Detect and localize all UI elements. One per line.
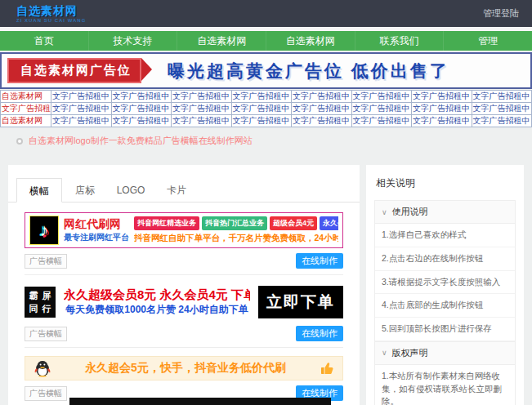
- text-ad-cell[interactable]: 文字广告招租中: [472, 103, 532, 115]
- section-header-版权声明[interactable]: ∨版权声明: [375, 341, 515, 365]
- order-now-button[interactable]: 立即下单: [258, 286, 343, 318]
- nav-item[interactable]: 管理: [444, 31, 532, 51]
- text-ad-cell[interactable]: 文字广告招租中: [231, 91, 292, 103]
- section-header-label: 使用说明: [392, 206, 428, 218]
- banner3-text: 永久超会5元，快手，抖音业务低价代刷: [58, 361, 313, 376]
- banner2-line2: 每天免费领取1000名片赞 24小时自助下单: [64, 303, 250, 317]
- text-ad-cell[interactable]: 文字广告招租中: [111, 103, 172, 115]
- nav-item[interactable]: 技术支持: [89, 31, 178, 51]
- text-ad-cell[interactable]: 文字广告招租中: [231, 103, 292, 115]
- banner-item-qq[interactable]: 永久超会5元，快手，抖音业务低价代刷: [25, 356, 343, 381]
- section-item: 5.回到顶部长按图片进行保存: [375, 318, 515, 341]
- qq-penguin-icon: [34, 359, 51, 377]
- sidebar-title: 相关说明: [374, 175, 516, 200]
- section-item: 1.本站所有制作素材来自网络收集，如有侵权请联系站长立即删除。: [375, 365, 515, 405]
- text-ad-cell[interactable]: 文字广告招租中: [172, 91, 232, 103]
- text-ad-cell-first[interactable]: 自选素材网: [1, 91, 51, 103]
- text-ad-cell-first[interactable]: 文字广告招租中: [1, 103, 51, 115]
- nav-item[interactable]: 自选素材网: [177, 31, 266, 51]
- service-badge[interactable]: 抖音网红精选业务: [134, 216, 199, 230]
- service-badge[interactable]: 超级会员4元: [270, 216, 317, 230]
- next-banner-partial[interactable]: [69, 398, 331, 405]
- text-ad-cell[interactable]: 文字广告招租中: [51, 91, 112, 103]
- text-ad-cell[interactable]: 文字广告招租中: [472, 91, 532, 103]
- text-ad-cell[interactable]: 文字广告招租中: [111, 91, 172, 103]
- tab-横幅[interactable]: 横幅: [16, 178, 62, 202]
- grid-logo-char: 霸: [29, 292, 38, 300]
- top-bar: 自选素材网 ZI XUAN SU CAI WANG 管理登陆: [0, 0, 532, 27]
- text-ad-table-body: 自选素材网文字广告招租中文字广告招租中文字广告招租中文字广告招租中文字广告招租中…: [1, 91, 532, 127]
- grid-logo-char: 屏: [42, 292, 51, 300]
- banner1-titles: 网红代刷网 最专注刷网红平台: [64, 217, 129, 243]
- content-card: 横幅店标LOGO卡片 ♪ 网红代刷网 最专注刷网红平台 抖音网红精选业务抖音热门…: [8, 165, 360, 405]
- admin-login-link[interactable]: 管理登陆: [483, 7, 519, 20]
- text-ad-cell[interactable]: 文字广告招租中: [351, 91, 412, 103]
- text-ad-cell[interactable]: 文字广告招租中: [412, 91, 472, 103]
- grid-logo-char: 同: [29, 305, 38, 314]
- breadcrumb: 自选素材网logo制作一款免费精品广告横幅在线制作网站: [16, 135, 532, 147]
- text-ad-cell[interactable]: 文字广告招租中: [351, 115, 412, 127]
- make-online-button[interactable]: 在线制作: [296, 326, 343, 341]
- banner1-tagline: 抖音网红自助下单平台，千万名片赞免费领取，24小时自助下单！: [134, 233, 338, 244]
- tiktok-note-icon: ♪: [29, 216, 59, 245]
- text-ad-row: 自选素材网文字广告招租中文字广告招租中文字广告招租中文字广告招租中文字广告招租中…: [1, 91, 532, 103]
- tab-LOGO[interactable]: LOGO: [108, 178, 154, 202]
- text-ad-row: 文字广告招租中文字广告招租中文字广告招租中文字广告招租中文字广告招租中文字广告招…: [1, 103, 532, 115]
- text-ad-cell-first[interactable]: 自选素材网: [1, 115, 51, 127]
- grid-logo-icon: 霸屏同行: [25, 287, 56, 318]
- banner1-meta: 广告横幅 在线制作: [25, 253, 343, 269]
- section-item: 3.请根据提示文字长度按照输入: [375, 271, 515, 295]
- breadcrumb-text[interactable]: 自选素材网logo制作一款免费精品广告横幅在线制作网站: [29, 135, 253, 147]
- nav-item[interactable]: 联系我们: [355, 31, 445, 51]
- category-tabs: 横幅店标LOGO卡片: [8, 178, 360, 202]
- banner-list: ♪ 网红代刷网 最专注刷网红平台 抖音网红精选业务抖音热门汇总业务超级会员4元永…: [8, 202, 360, 405]
- nav-item[interactable]: 首页: [0, 31, 89, 51]
- item-divider: [25, 347, 343, 348]
- tab-店标[interactable]: 店标: [62, 178, 108, 202]
- ad-type-tag: 广告横幅: [25, 386, 67, 401]
- promo-ad-banner[interactable]: 自选素材网广告位 曝光超高黄金广告位 低价出售了: [0, 52, 532, 89]
- banner2-line1: 永久超级会员8元 永久会员4元 下单秒刷: [64, 287, 250, 303]
- text-ad-cell[interactable]: 文字广告招租中: [292, 91, 352, 103]
- text-ad-cell[interactable]: 文字广告招租中: [412, 115, 472, 127]
- main-area: 横幅店标LOGO卡片 ♪ 网红代刷网 最专注刷网红平台 抖音网红精选业务抖音热门…: [8, 165, 524, 405]
- text-ad-cell[interactable]: 文字广告招租中: [172, 115, 232, 127]
- chevron-down-icon: ∨: [382, 208, 387, 216]
- banner1-right: 抖音网红精选业务抖音热门汇总业务超级会员4元永久会员2元 抖音网红自助下单平台，…: [134, 216, 338, 244]
- text-ad-table: 自选素材网文字广告招租中文字广告招租中文字广告招租中文字广告招租中文字广告招租中…: [0, 90, 532, 127]
- banner1-badges: 抖音网红精选业务抖音热门汇总业务超级会员4元永久会员2元: [134, 216, 338, 230]
- tab-卡片[interactable]: 卡片: [154, 178, 199, 202]
- chevron-down-icon: ∨: [382, 349, 387, 357]
- service-badge[interactable]: 抖音热门汇总业务: [202, 216, 267, 230]
- nav-item[interactable]: 自选素材网: [266, 31, 355, 51]
- text-ad-cell[interactable]: 文字广告招租中: [111, 115, 172, 127]
- text-ad-row: 自选素材网文字广告招租中文字广告招租中文字广告招租中文字广告招租中文字广告招租中…: [1, 115, 532, 127]
- text-ad-cell[interactable]: 文字广告招租中: [351, 103, 412, 115]
- thumb-up-icon: [320, 361, 334, 376]
- make-online-button[interactable]: 在线制作: [296, 253, 343, 269]
- site-logo[interactable]: 自选素材网 ZI XUAN SU CAI WANG: [16, 5, 86, 23]
- text-ad-cell[interactable]: 文字广告招租中: [412, 103, 472, 115]
- text-ad-cell[interactable]: 文字广告招租中: [51, 103, 112, 115]
- site-logo-subtitle: ZI XUAN SU CAI WANG: [16, 18, 86, 23]
- text-ad-cell[interactable]: 文字广告招租中: [172, 103, 232, 115]
- text-ad-cell[interactable]: 文字广告招租中: [292, 115, 352, 127]
- banner-item-douyin[interactable]: ♪ 网红代刷网 最专注刷网红平台 抖音网红精选业务抖音热门汇总业务超级会员4元永…: [25, 212, 343, 248]
- item-divider: [25, 274, 343, 275]
- text-ad-cell[interactable]: 文字广告招租中: [51, 115, 112, 127]
- text-ad-cell[interactable]: 文字广告招租中: [231, 115, 292, 127]
- ad-type-tag: 广告横幅: [25, 327, 67, 341]
- sidebar-collapse: ∨使用说明1.选择自己喜欢的样式2.点击右边的在线制作按钮3.请根据提示文字长度…: [374, 200, 516, 405]
- main-nav: 首页技术支持自选素材网自选素材网联系我们管理: [0, 31, 532, 51]
- section-item: 2.点击右边的在线制作按钮: [375, 247, 515, 271]
- banner-item-member[interactable]: 霸屏同行 永久超级会员8元 永久会员4元 下单秒刷 每天免费领取1000名片赞 …: [25, 283, 343, 321]
- section-header-label: 版权声明: [392, 347, 428, 359]
- text-ad-cell[interactable]: 文字广告招租中: [472, 115, 532, 127]
- site-logo-title: 自选素材网: [16, 5, 86, 16]
- section-header-使用说明[interactable]: ∨使用说明: [375, 200, 515, 224]
- text-ad-cell[interactable]: 文字广告招租中: [292, 103, 352, 115]
- grid-logo-char: 行: [42, 305, 51, 314]
- promo-headline: 曝光超高黄金广告位 低价出售了: [168, 60, 449, 82]
- service-badge[interactable]: 永久会员2元: [320, 216, 338, 230]
- section-item: 4.点击底部的生成制作按钮: [375, 294, 515, 318]
